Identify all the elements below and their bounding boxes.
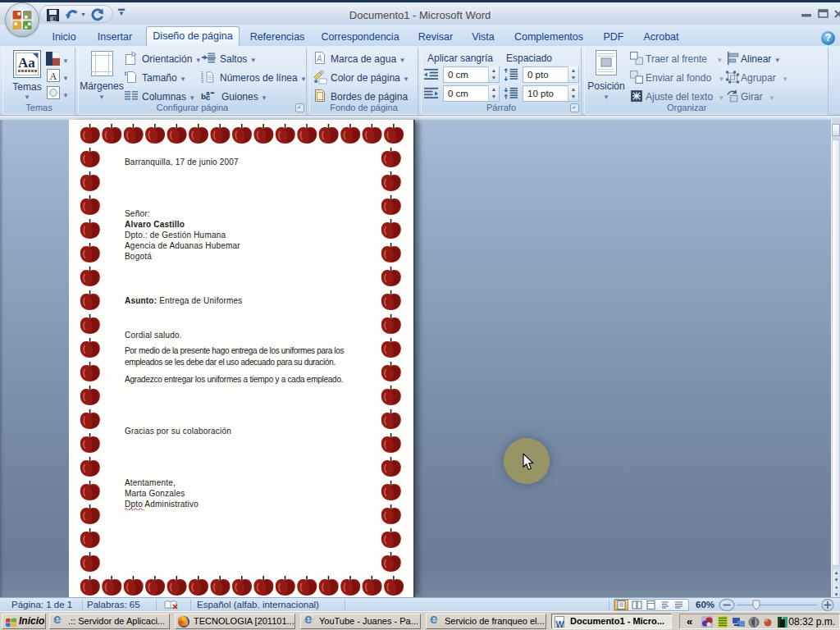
svg-text:3: 3	[201, 79, 203, 84]
svg-text:Aa: Aa	[18, 55, 35, 71]
svg-text:A: A	[316, 54, 322, 63]
svg-text:A: A	[50, 71, 57, 82]
svg-text:a: a	[206, 89, 210, 97]
